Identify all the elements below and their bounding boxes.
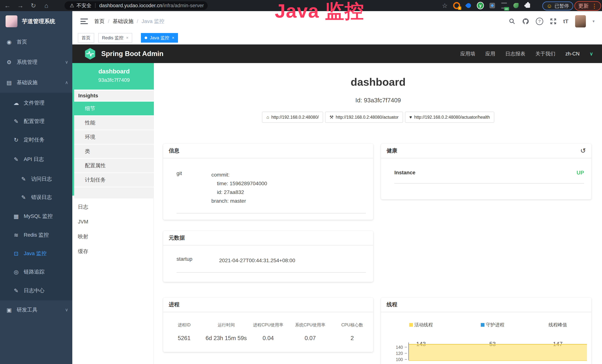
sidebar-item-label: 首页	[17, 38, 27, 45]
github-icon[interactable]	[522, 18, 529, 25]
dashboard-icon: ◉	[5, 39, 13, 45]
extension-orange-ring-icon[interactable]: 1	[453, 2, 460, 9]
fullscreen-icon[interactable]	[550, 18, 557, 25]
menu-item-mappings[interactable]: 映射	[74, 229, 154, 244]
instance-links: ⌂ http://192.168.0.2:48080/ ⚒ http://192…	[154, 112, 602, 123]
url-path: /infra/admin-server	[162, 3, 204, 9]
tab-label: Java 监控	[150, 35, 169, 41]
update-label: 更新	[578, 2, 589, 10]
sidebar-item-redis-monitor[interactable]: ≋ Redis 监控	[0, 226, 84, 244]
sba-header: Spring Boot Admin 应用墙 应用 日志报表 关于我们 zh-CN…	[72, 44, 602, 63]
sidebar-item-config-mgmt[interactable]: ✎ 配置管理	[0, 112, 84, 130]
tab-java-monitor[interactable]: Java 监控 ×	[141, 33, 178, 43]
browser-back-icon[interactable]: ←	[3, 0, 11, 11]
insights-section-label: Insights	[74, 90, 154, 102]
menu-item-metrics[interactable]: 性能	[74, 116, 154, 130]
process-panel: 进程 进程ID5261 运行时间6d 23h 15m 59s 进程CPU使用率0…	[163, 298, 373, 352]
not-secure-warning-icon: ⚠	[70, 3, 74, 9]
sidebar-item-api-log[interactable]: ✎ API 日志 ∧	[0, 150, 84, 169]
menu-item-config-props[interactable]: 配置属性	[74, 159, 154, 173]
sidebar-item-system[interactable]: ⚙ 系统管理 ∨	[0, 53, 77, 71]
metadata-panel: 元数据 startup 2021-04-27T00:44:31.254+08:0…	[163, 231, 373, 282]
extension-grid-icon[interactable]	[489, 2, 496, 9]
service-url-link[interactable]: ⌂ http://192.168.0.2:48080/	[262, 112, 323, 123]
threads-panel: 线程 活动线程 守护进程 线程峰值 143 53 147 140 120 100	[381, 298, 591, 364]
address-bar[interactable]: ⚠ 不安全 dashboard.yudao.iocoder.cn/infra/a…	[64, 1, 208, 10]
menu-item-details[interactable]: 细节	[74, 102, 154, 116]
browser-extensions-row: ☆ 1 y on	[441, 0, 531, 11]
sba-instance-sidebar: dashboard 93a3fc7f7409 Insights 细节 性能 环境…	[72, 63, 154, 364]
sidebar-item-log-center[interactable]: ✎ 日志中心	[0, 281, 84, 300]
sba-brand-title: Spring Boot Admin	[101, 50, 163, 58]
sidebar-item-label: Java 监控	[24, 250, 46, 257]
sidebar-item-java-monitor[interactable]: ⊡ Java 监控	[0, 244, 84, 263]
tab-home[interactable]: 首页	[78, 33, 94, 43]
user-avatar[interactable]	[575, 15, 586, 27]
sba-nav-journal[interactable]: 日志报表	[505, 50, 525, 57]
browser-forward-icon[interactable]: →	[16, 0, 24, 11]
avatar-dropdown-icon[interactable]: ▾	[592, 19, 595, 24]
bookmark-star-icon[interactable]: ☆	[442, 2, 448, 9]
menu-item-environment[interactable]: 环境	[74, 130, 154, 144]
browser-home-icon[interactable]: ⌂	[42, 0, 50, 11]
language-chevron-down-icon[interactable]: ∨	[590, 51, 593, 57]
tab-label: Redis 监控	[102, 35, 123, 41]
sidebar-item-file-mgmt[interactable]: ☁ 文件管理	[0, 94, 84, 112]
health-url-link[interactable]: ♥ http://192.168.0.2:48080/actuator/heal…	[405, 112, 494, 123]
sidebar-item-trace[interactable]: ◎ 链路追踪	[0, 263, 84, 281]
extensions-puzzle-icon[interactable]	[524, 2, 531, 9]
menu-item-scheduled-tasks[interactable]: 计划任务	[74, 173, 154, 187]
breadcrumb-current: Java 监控	[142, 18, 164, 25]
help-icon[interactable]: ?	[536, 18, 543, 25]
process-panel-title: 进程	[169, 301, 180, 308]
browser-menu-icon[interactable]: ⋮	[592, 3, 597, 9]
extension-leaf-icon[interactable]	[512, 2, 519, 9]
sidebar-item-label: 定时任务	[24, 136, 44, 143]
tab-redis-monitor[interactable]: Redis 监控 ×	[98, 33, 132, 43]
sidebar-item-mysql-monitor[interactable]: ▦ MySQL 监控	[0, 207, 84, 225]
text-size-icon[interactable]: tT	[563, 18, 569, 24]
menu-item-jvm[interactable]: JVM	[74, 214, 154, 229]
breadcrumb-infra[interactable]: 基础设施	[113, 18, 133, 25]
sidebar-logo-row[interactable]: 芋道管理系统	[0, 11, 72, 32]
history-icon[interactable]: ↺	[580, 147, 586, 155]
y-axis-tick: 120	[381, 351, 403, 356]
status-up-badge: UP	[577, 170, 584, 176]
close-icon[interactable]: ×	[126, 35, 129, 40]
menu-item-logs[interactable]: 日志	[74, 200, 154, 214]
search-icon[interactable]	[509, 18, 516, 25]
hamburger-icon[interactable]	[80, 19, 88, 24]
sba-root-menu: 日志 JVM 映射 缓存	[74, 200, 154, 259]
sidebar-item-infra[interactable]: ▤ 基础设施 ∧	[0, 73, 77, 92]
info-git-row: git commit: time: 1596289704000 id: 27aa…	[176, 158, 366, 214]
threads-area-chart: 140 120 100	[381, 342, 589, 364]
actuator-url-link[interactable]: ⚒ http://192.168.0.2:48080/actuator	[325, 112, 403, 123]
extension-youdao-icon[interactable]: y	[477, 2, 484, 9]
sba-nav-applications[interactable]: 应用	[485, 50, 495, 57]
heartbeat-icon: ♥	[409, 115, 412, 120]
sba-nav-about[interactable]: 关于我们	[535, 50, 555, 57]
home-icon: ⌂	[266, 115, 269, 120]
sidebar-item-scheduled-tasks[interactable]: ↻ 定时任务	[0, 130, 84, 149]
metadata-key: startup	[176, 256, 219, 265]
menu-item-caches[interactable]: 缓存	[74, 244, 154, 259]
service-url-text: http://192.168.0.2:48080/	[271, 115, 319, 120]
close-icon[interactable]: ×	[172, 35, 174, 40]
breadcrumb-home[interactable]: 首页	[94, 18, 105, 25]
browser-update-button[interactable]: 更新 ⋮	[574, 1, 601, 11]
extension-switch-icon[interactable]: on	[501, 2, 508, 9]
app-sidebar: 芋道管理系统 ◉ 首页 ⚙ 系统管理 ∨ ▤ 基础设施 ∧ ☁ 文件管理 ✎ 配…	[0, 11, 72, 364]
sba-language-select[interactable]: zh-CN	[565, 51, 580, 57]
browser-reload-icon[interactable]: ↻	[29, 0, 37, 11]
instance-id: 93a3fc7f7409	[74, 77, 154, 83]
extension-pin-icon[interactable]	[465, 2, 472, 9]
sba-nav-wallboard[interactable]: 应用墙	[460, 50, 475, 57]
layers-icon: ≋	[12, 232, 20, 238]
sidebar-item-home[interactable]: ◉ 首页	[0, 33, 77, 51]
process-table: 进程ID5261 运行时间6d 23h 15m 59s 进程CPU使用率0.04…	[163, 322, 373, 342]
instance-header[interactable]: dashboard 93a3fc7f7409	[74, 63, 154, 90]
sidebar-item-dev-tools[interactable]: ▣ 研发工具 ∨	[0, 300, 77, 319]
profile-paused-badge[interactable]: ☺ 已暂停	[542, 1, 573, 11]
browser-chrome: ← → ↻ ⌂ ⚠ 不安全 dashboard.yudao.iocoder.cn…	[0, 0, 602, 11]
menu-item-classes[interactable]: 类	[74, 144, 154, 159]
